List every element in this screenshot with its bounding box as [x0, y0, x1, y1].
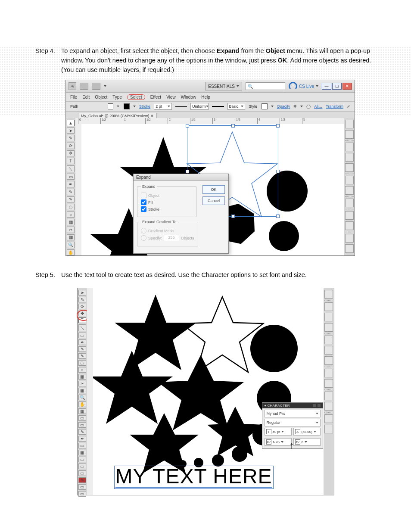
search-input[interactable]: 🔍 [246, 82, 285, 90]
minimize-button[interactable]: — [322, 83, 331, 90]
line-tool[interactable]: ＼ [78, 324, 86, 331]
fill-checkbox[interactable] [141, 199, 146, 205]
stroke-weight-input[interactable]: 2 pt [154, 103, 171, 110]
menu-file[interactable]: File [70, 95, 77, 100]
stroke-swatch[interactable] [124, 103, 130, 109]
layers-icon[interactable] [324, 392, 333, 400]
stroke-panel-icon[interactable] [324, 336, 333, 344]
font-style-dropdown[interactable]: Regular [265, 419, 321, 426]
line-tool[interactable]: ＼ [67, 165, 75, 172]
hand-tool[interactable]: ✋ [67, 249, 75, 256]
artboard-tool[interactable]: ▦ [78, 450, 86, 455]
canvas[interactable]: Expand OK Cancel Expand Object Fill Stro… [81, 124, 344, 255]
document-tab[interactable]: My_Gobo.ai* @ 200% (CMYK/Preview) ✕ [78, 113, 157, 118]
zoom-tool[interactable]: ▭ [78, 470, 86, 476]
brush-dropdown[interactable]: Basic [227, 103, 245, 110]
graphic-styles-icon[interactable] [345, 221, 354, 230]
canvas[interactable] [93, 288, 324, 495]
perspective-tool[interactable]: ✋ [78, 401, 86, 407]
recolor-icon[interactable]: ✾ [293, 104, 297, 109]
stroke-panel-icon[interactable] [345, 176, 354, 184]
transform-link[interactable]: Transform [326, 104, 343, 109]
pen-tool[interactable]: ✥ [67, 150, 75, 157]
zoom-tool[interactable]: 🔍 [67, 242, 75, 248]
artboards-icon[interactable] [345, 244, 354, 253]
color-guide-icon[interactable] [345, 130, 354, 139]
eyedropper-tool[interactable]: ▭ [78, 422, 86, 428]
character-panel-icon[interactable] [324, 414, 333, 423]
magic-wand-tool[interactable]: ✎ [78, 297, 86, 302]
transparency-icon[interactable] [324, 356, 333, 365]
eraser-tool[interactable]: ◌ [78, 360, 86, 366]
appearance-icon[interactable] [345, 211, 354, 220]
menu-help[interactable]: Help [201, 95, 210, 100]
blend-tool[interactable]: ✎ [78, 429, 86, 435]
screen-mode-icon[interactable]: ▭ [78, 491, 86, 497]
stroke-link[interactable]: Stroke [139, 104, 150, 109]
menu-type[interactable]: Type [112, 95, 122, 100]
brushes-icon[interactable] [324, 313, 333, 321]
rotate-tool[interactable]: ○ [78, 367, 86, 373]
hand-tool[interactable]: ▭ [78, 464, 86, 469]
bridge-icon[interactable] [80, 83, 88, 90]
scale-tool[interactable]: ▦ [78, 374, 86, 380]
brush-tool[interactable]: ✒ [78, 339, 86, 345]
menu-edit[interactable]: Edit [82, 95, 90, 100]
menu-object[interactable]: Object [95, 95, 107, 100]
pencil-tool[interactable]: ✎ [78, 346, 86, 352]
graph-tool[interactable]: ▭ [78, 443, 86, 448]
direct-select-tool[interactable]: ➤ [67, 128, 75, 134]
profile-dropdown[interactable]: Uniform [190, 103, 209, 110]
color-guide-icon[interactable] [324, 290, 333, 299]
close-button[interactable]: ✕ [342, 83, 352, 90]
cancel-button[interactable]: Cancel [202, 196, 225, 205]
isolate-icon[interactable]: ⤢ [347, 104, 350, 109]
gradient-panel-icon[interactable] [324, 346, 333, 355]
eraser-tool[interactable]: ◌ [67, 204, 75, 210]
fill-swatch[interactable] [108, 103, 114, 109]
gradient-tool[interactable]: ▭ [78, 415, 86, 421]
blob-brush-tool[interactable]: ✎ [78, 353, 86, 359]
mesh-tool[interactable]: ▦ [78, 408, 86, 414]
maximize-button[interactable]: ▢ [332, 83, 342, 90]
symbols-icon[interactable] [324, 323, 333, 332]
swatches-icon[interactable] [345, 143, 354, 151]
tab-close-icon[interactable]: ✕ [150, 114, 154, 118]
style-swatch[interactable] [262, 103, 268, 109]
panel-menu-icon[interactable] [318, 404, 321, 407]
ok-button[interactable]: OK [202, 185, 225, 194]
menu-view[interactable]: View [166, 95, 176, 100]
kerning-input[interactable]: AVAuto [265, 438, 292, 446]
fill-stroke-swap[interactable]: ✎ [78, 477, 86, 483]
shape-builder-tool[interactable]: 🔍 [78, 395, 86, 400]
free-transform-tool[interactable]: ▦ [67, 234, 75, 241]
draw-mode-icon[interactable]: ▭ [78, 484, 86, 490]
sample-text-object[interactable]: MY TEXT HERE [114, 464, 274, 489]
graphic-styles-icon[interactable] [324, 379, 333, 388]
paragraph-panel-icon[interactable] [324, 425, 333, 433]
scale-tool[interactable]: ▦ [67, 219, 75, 225]
type-tool[interactable]: T [78, 317, 86, 323]
align-link[interactable]: Ali… [314, 104, 322, 109]
doc-setup-icon[interactable]: ◯ [306, 104, 311, 109]
symbol-sprayer-tool[interactable]: ✒ [78, 436, 86, 442]
font-size-input[interactable]: T40 pt [265, 428, 292, 436]
cs-live-button[interactable]: CS Live [289, 82, 318, 90]
color-panel-icon[interactable] [345, 120, 354, 128]
arrange-icon[interactable] [92, 83, 100, 90]
brush-tool[interactable]: ✒ [67, 181, 75, 187]
rectangle-tool[interactable]: ▭ [78, 333, 86, 338]
pencil-tool[interactable]: ✎ [67, 189, 75, 195]
width-tool[interactable]: ✂ [67, 227, 75, 233]
transparency-icon[interactable] [345, 199, 354, 207]
free-transform-tool[interactable]: ▦ [78, 388, 86, 393]
artboards-icon[interactable] [324, 402, 333, 411]
slice-tool[interactable]: ▭ [78, 457, 86, 462]
tracking-input[interactable]: AV0 [293, 438, 321, 446]
layers-icon[interactable] [345, 234, 354, 243]
menu-select[interactable]: Select [127, 94, 145, 100]
leading-input[interactable]: A(48.00) [293, 428, 321, 436]
type-tool[interactable]: T [67, 158, 75, 164]
brushes-icon[interactable] [345, 153, 354, 162]
symbols-icon[interactable] [345, 163, 354, 172]
